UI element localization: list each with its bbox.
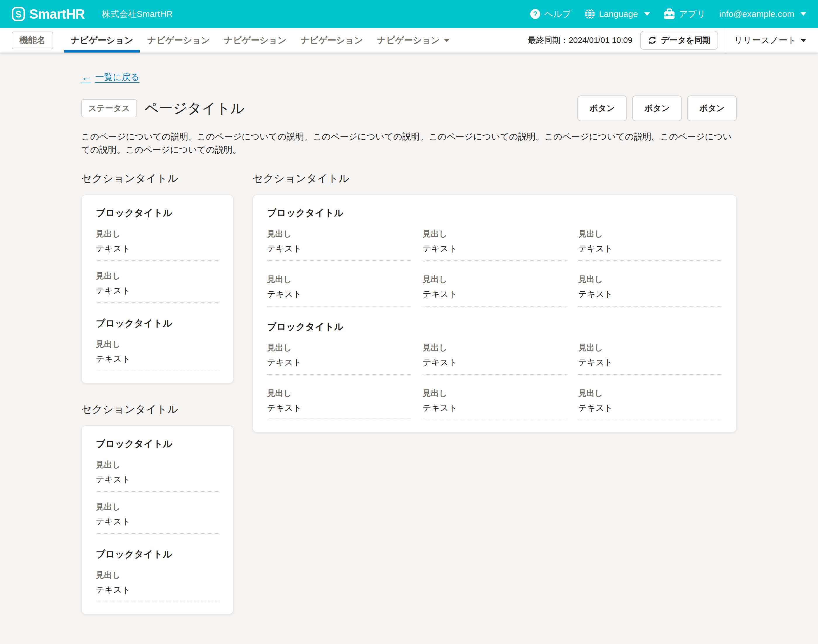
action-button-1[interactable]: ボタン	[577, 95, 627, 121]
nav-tab-2[interactable]: ナビゲーション	[140, 28, 217, 52]
definition-item: 見出し テキスト	[423, 342, 567, 375]
section-title: セクションタイトル	[81, 402, 234, 417]
language-menu[interactable]: Language	[584, 9, 650, 19]
globe-icon	[584, 9, 595, 19]
block-card: ブロックタイトル 見出し テキスト 見出し テキスト ブロックタイトル 見出し …	[81, 195, 234, 383]
status-badge: ステータス	[81, 99, 137, 117]
feature-name-badge: 機能名	[12, 32, 53, 49]
block: ブロックタイトル 見出し テキスト 見出し テキスト	[96, 207, 219, 303]
action-button-2[interactable]: ボタン	[632, 95, 682, 121]
item-text: テキスト	[578, 288, 722, 307]
nav-tab-1[interactable]: ナビゲーション	[64, 28, 140, 52]
definition-item: 見出し テキスト	[267, 274, 411, 307]
smarthr-logo[interactable]: S SmartHR	[12, 6, 85, 22]
section-title: セクションタイトル	[252, 171, 737, 186]
item-term: 見出し	[578, 274, 722, 285]
item-text: テキスト	[96, 353, 219, 371]
item-term: 見出し	[96, 339, 219, 350]
item-text: テキスト	[423, 357, 567, 375]
nav-tab-5[interactable]: ナビゲーション	[370, 28, 457, 52]
item-text: テキスト	[96, 516, 219, 534]
definition-item: 見出し テキスト	[578, 388, 722, 420]
block: ブロックタイトル 見出し テキスト	[96, 548, 219, 602]
action-button-3[interactable]: ボタン	[687, 95, 737, 121]
right-column: セクションタイトル ブロックタイトル 見出し テキスト 見出し テキスト	[252, 171, 737, 432]
definition-item: 見出し テキスト	[267, 228, 411, 261]
block: ブロックタイトル 見出し テキスト 見出し テキスト 見出し テキスト	[267, 320, 722, 420]
definition-item: 見出し テキスト	[423, 274, 567, 307]
item-term: 見出し	[423, 228, 567, 239]
item-term: 見出し	[423, 274, 567, 285]
nav-tab-4[interactable]: ナビゲーション	[294, 28, 370, 52]
account-email: info@example.com	[719, 9, 794, 19]
item-text: テキスト	[267, 288, 411, 307]
definition-item: 見出し テキスト	[267, 342, 411, 375]
block-title: ブロックタイトル	[96, 207, 219, 219]
chevron-down-icon	[644, 12, 650, 16]
tenant-name: 株式会社SmartHR	[101, 8, 173, 20]
item-term: 見出し	[96, 459, 219, 470]
definition-item: 見出し テキスト	[96, 270, 219, 303]
item-text: テキスト	[96, 243, 219, 261]
arrow-left-icon: ←	[81, 72, 91, 83]
sync-data-button[interactable]: データを同期	[640, 31, 718, 50]
nav-tabs: ナビゲーション ナビゲーション ナビゲーション ナビゲーション ナビゲーション	[64, 28, 457, 52]
block-title: ブロックタイトル	[96, 438, 219, 451]
item-term: 見出し	[96, 501, 219, 512]
block: ブロックタイトル 見出し テキスト 見出し テキスト 見出し テキスト	[267, 207, 722, 307]
block-title: ブロックタイトル	[267, 320, 722, 333]
block-title: ブロックタイトル	[96, 548, 219, 561]
toolbox-icon	[663, 8, 675, 20]
definition-item: 見出し テキスト	[423, 388, 567, 420]
help-label: ヘルプ	[544, 8, 571, 20]
item-text: テキスト	[267, 243, 411, 261]
block-card: ブロックタイトル 見出し テキスト 見出し テキスト 見出し テキスト	[252, 195, 737, 432]
definition-item: 見出し テキスト	[578, 228, 722, 261]
global-header-left: S SmartHR 株式会社SmartHR	[12, 6, 173, 22]
nav-right: 最終同期：2024/01/01 10:09 データを同期 リリースノート	[528, 28, 806, 52]
item-text: テキスト	[423, 243, 567, 261]
smarthr-logo-text: SmartHR	[29, 6, 85, 22]
item-text: テキスト	[96, 584, 219, 602]
page-description: このページについての説明。このページについての説明。このページについての説明。こ…	[81, 130, 737, 156]
help-menu[interactable]: ? ヘルプ	[530, 8, 571, 20]
item-term: 見出し	[578, 342, 722, 353]
block-card: ブロックタイトル 見出し テキスト 見出し テキスト ブロックタイトル 見出し …	[81, 425, 234, 615]
definition-item: 見出し テキスト	[96, 570, 219, 602]
item-text: テキスト	[267, 357, 411, 375]
language-label: Language	[599, 9, 638, 19]
item-text: テキスト	[423, 288, 567, 307]
definition-item: 見出し テキスト	[578, 342, 722, 375]
apps-menu[interactable]: アプリ	[663, 8, 706, 20]
release-notes-menu[interactable]: リリースノート	[734, 34, 806, 46]
smarthr-logo-mark-icon: S	[12, 7, 25, 21]
item-text: テキスト	[423, 402, 567, 420]
definition-item: 見出し テキスト	[96, 339, 219, 371]
main-content: ← 一覧に戻る ステータス ページタイトル ボタン ボタン ボタン このページに…	[81, 52, 737, 632]
svg-text:?: ?	[533, 10, 538, 18]
block: ブロックタイトル 見出し テキスト 見出し テキスト	[96, 438, 219, 534]
refresh-icon	[648, 35, 657, 45]
nav-tab-3[interactable]: ナビゲーション	[217, 28, 293, 52]
definition-item: 見出し テキスト	[578, 274, 722, 307]
nav-divider	[726, 28, 726, 52]
definition-item: 見出し テキスト	[96, 459, 219, 492]
item-text: テキスト	[578, 402, 722, 420]
definition-item: 見出し テキスト	[96, 228, 219, 261]
definition-item: 見出し テキスト	[423, 228, 567, 261]
item-term: 見出し	[267, 388, 411, 399]
back-link[interactable]: ← 一覧に戻る	[81, 71, 139, 83]
item-term: 見出し	[423, 388, 567, 399]
item-text: テキスト	[96, 285, 219, 303]
page-title-row: ステータス ページタイトル ボタン ボタン ボタン	[81, 95, 737, 121]
section-title: セクションタイトル	[81, 171, 234, 186]
item-term: 見出し	[267, 274, 411, 285]
item-term: 見出し	[96, 270, 219, 281]
item-term: 見出し	[578, 228, 722, 239]
account-menu[interactable]: info@example.com	[719, 9, 806, 19]
item-term: 見出し	[96, 570, 219, 581]
chevron-down-icon	[801, 12, 806, 16]
left-column: セクションタイトル ブロックタイトル 見出し テキスト 見出し テキスト ブロッ…	[81, 171, 234, 615]
item-text: テキスト	[578, 243, 722, 261]
svg-text:S: S	[15, 9, 22, 20]
